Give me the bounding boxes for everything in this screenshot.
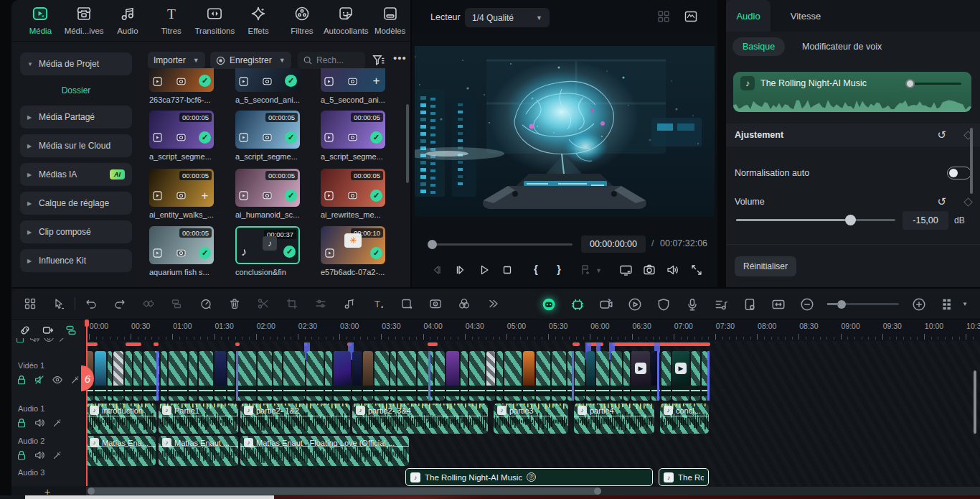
undo-icon[interactable]: [77, 294, 105, 314]
sidebar-item-m-dias-ia[interactable]: ▶Médias IAAI: [20, 163, 132, 186]
volume-slider-handle[interactable]: [845, 215, 856, 225]
mark-in-button[interactable]: {: [534, 263, 538, 276]
video-clip[interactable]: [586, 351, 595, 401]
video-clip[interactable]: [334, 351, 351, 401]
transition-marker[interactable]: [156, 351, 159, 401]
plugin-icon[interactable]: [563, 294, 592, 314]
transition-marker[interactable]: [657, 351, 659, 401]
video-clip[interactable]: [273, 351, 282, 401]
nav-item-m-dia[interactable]: Média: [20, 3, 61, 39]
text-icon[interactable]: T: [364, 294, 392, 314]
transition-marker[interactable]: [707, 351, 710, 401]
audio-clip[interactable]: ♪Matías Enaut ...: [159, 436, 238, 466]
video-clip[interactable]: [113, 351, 123, 401]
audio-clip[interactable]: ♪Partie1: [159, 404, 238, 434]
multiview-icon[interactable]: [657, 10, 670, 26]
scissors-icon[interactable]: [249, 294, 278, 314]
mirror-display-button[interactable]: [618, 263, 633, 280]
layout-grid-icon[interactable]: [16, 294, 44, 314]
video-clip[interactable]: [258, 351, 272, 401]
media-item[interactable]: 00:00:10✳✓e57b6adc-07a2-...: [321, 226, 387, 276]
scopes-icon[interactable]: [684, 10, 697, 26]
timeline-marker-red[interactable]: [235, 342, 240, 346]
video-clip[interactable]: [496, 351, 503, 401]
media-item[interactable]: ✓a_5_second_ani...: [235, 68, 301, 104]
nav-item-autocollants[interactable]: Autocollants: [325, 3, 367, 39]
fit-timeline-icon[interactable]: [764, 294, 793, 314]
crop-icon[interactable]: [278, 294, 306, 314]
video-clip[interactable]: [486, 351, 495, 401]
sidebar-item-clip-compos-[interactable]: ▶Clip composé: [20, 220, 132, 243]
video-clip[interactable]: [575, 351, 585, 401]
fullscreen-button[interactable]: [689, 263, 704, 280]
media-item[interactable]: 00:00:05+ai_entity_walks_...: [149, 169, 215, 219]
audio-stretch-icon[interactable]: [707, 294, 735, 314]
transition-marker[interactable]: [428, 351, 430, 401]
ripple-icon[interactable]: [65, 324, 77, 340]
media-item[interactable]: +a_5_second_ani...: [321, 68, 387, 104]
transition-marker[interactable]: [572, 351, 574, 401]
media-item[interactable]: 00:00:05✓ai_rewrites_me...: [321, 169, 387, 219]
speed-icon[interactable]: [192, 294, 220, 314]
video-clip[interactable]: [469, 351, 485, 401]
play-button[interactable]: [477, 263, 491, 280]
timeline-vscrollbar[interactable]: [974, 370, 976, 434]
audio-clip[interactable]: ♪Matías Enaut - Floating Love (Official …: [240, 436, 409, 466]
sidebar-item-m-dia-de-projet[interactable]: ▼Média de Projet: [20, 52, 132, 75]
cursor-icon[interactable]: [44, 294, 73, 314]
current-timecode[interactable]: 00:00:00:00: [581, 235, 646, 253]
media-item[interactable]: 00:00:05✓aquarium fish s...: [149, 226, 215, 276]
audio-clip[interactable]: ♪partie3: [494, 404, 568, 434]
video-clip[interactable]: [623, 351, 630, 401]
audio-clip[interactable]: ♪Matías Ena...: [86, 436, 156, 466]
transition-marker[interactable]: [236, 351, 238, 401]
video-clip[interactable]: [596, 351, 609, 401]
nav-item-mod-les[interactable]: Modèles: [369, 3, 410, 39]
mute-icon[interactable]: [34, 374, 45, 388]
speaker-icon[interactable]: [34, 449, 45, 464]
audio-clip-card[interactable]: ♪ The Rolling Night-AI Music: [733, 72, 971, 112]
media-item[interactable]: 00:00:05✓ai_humanoid_sc...: [235, 169, 301, 219]
eye-icon[interactable]: [52, 374, 63, 388]
video-clip[interactable]: ▶: [631, 351, 650, 401]
trash-icon[interactable]: [220, 294, 249, 314]
timeline-marker-red[interactable]: [428, 342, 438, 346]
timeline-ruler[interactable]: 00:0000:3001:0001:3002:0002:3003:0003:30…: [86, 320, 980, 341]
video-clip[interactable]: [325, 351, 332, 401]
video-clip[interactable]: [133, 351, 142, 401]
lock-icon[interactable]: [16, 417, 27, 432]
media-item[interactable]: 00:00:05✓a_script_segme...: [321, 111, 387, 161]
mark-out-button[interactable]: }: [557, 263, 561, 276]
video-clip[interactable]: [215, 351, 226, 401]
next-frame-button[interactable]: [453, 263, 468, 280]
media-item[interactable]: 00:00:37♪♪✓conclusion&fin: [235, 226, 301, 276]
scrub-track[interactable]: [429, 243, 573, 246]
audio-clip-selected[interactable]: ♪The Ro...: [659, 468, 709, 486]
sidebar-item-m-dia-sur-le-cloud[interactable]: ▶Média sur le Cloud: [20, 134, 132, 157]
nav-item-m-di-ives[interactable]: Médi...ives: [64, 3, 105, 39]
nav-item-filtres[interactable]: Filtres: [282, 3, 323, 39]
video-clip[interactable]: [169, 351, 187, 401]
record-button[interactable]: Enregistrer▼: [210, 52, 291, 69]
video-clip[interactable]: [397, 351, 416, 401]
audio-music-icon[interactable]: [335, 294, 364, 314]
snapshot-button[interactable]: [642, 263, 656, 280]
video-clip[interactable]: [306, 351, 324, 401]
play-preview-icon[interactable]: [621, 294, 649, 314]
playhead[interactable]: [86, 320, 88, 486]
speaker-button[interactable]: [665, 263, 679, 280]
props-scrollbar[interactable]: [970, 128, 973, 194]
import-button[interactable]: Importer▼: [148, 52, 205, 69]
speaker-icon[interactable]: [34, 417, 45, 432]
adjust-icon[interactable]: [306, 294, 335, 314]
video-clip[interactable]: [283, 351, 305, 401]
audio-clip[interactable]: ♪partie2- 1&2: [240, 404, 350, 434]
audio-clip-selected[interactable]: ♪The Rolling Night-AI MusicⓅ: [405, 468, 653, 486]
nav-item-transitions[interactable]: Transitions: [194, 3, 235, 39]
scrub-handle[interactable]: [428, 240, 437, 249]
video-clip[interactable]: [236, 351, 256, 401]
wand-icon[interactable]: [52, 417, 63, 432]
video-clip[interactable]: [446, 351, 459, 401]
quality-dropdown[interactable]: 1/4 Qualité▼: [465, 8, 550, 27]
video-clip[interactable]: [161, 351, 167, 401]
